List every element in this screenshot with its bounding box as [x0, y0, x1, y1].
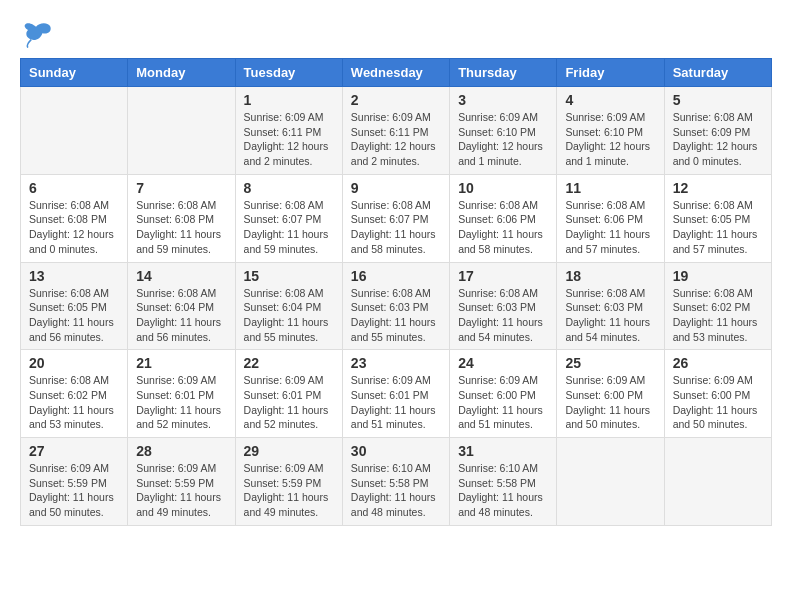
calendar-cell: 2Sunrise: 6:09 AM Sunset: 6:11 PM Daylig… — [342, 87, 449, 175]
day-detail: Sunrise: 6:09 AM Sunset: 6:10 PM Dayligh… — [565, 110, 655, 169]
day-number: 20 — [29, 355, 119, 371]
day-detail: Sunrise: 6:08 AM Sunset: 6:08 PM Dayligh… — [29, 198, 119, 257]
calendar-cell: 25Sunrise: 6:09 AM Sunset: 6:00 PM Dayli… — [557, 350, 664, 438]
calendar-cell — [128, 87, 235, 175]
day-detail: Sunrise: 6:09 AM Sunset: 5:59 PM Dayligh… — [29, 461, 119, 520]
day-detail: Sunrise: 6:09 AM Sunset: 6:01 PM Dayligh… — [351, 373, 441, 432]
day-number: 28 — [136, 443, 226, 459]
day-number: 16 — [351, 268, 441, 284]
day-number: 15 — [244, 268, 334, 284]
day-detail: Sunrise: 6:09 AM Sunset: 6:10 PM Dayligh… — [458, 110, 548, 169]
weekday-header-sunday: Sunday — [21, 59, 128, 87]
day-detail: Sunrise: 6:08 AM Sunset: 6:09 PM Dayligh… — [673, 110, 763, 169]
day-number: 17 — [458, 268, 548, 284]
day-number: 30 — [351, 443, 441, 459]
day-detail: Sunrise: 6:09 AM Sunset: 6:00 PM Dayligh… — [565, 373, 655, 432]
calendar-cell: 4Sunrise: 6:09 AM Sunset: 6:10 PM Daylig… — [557, 87, 664, 175]
calendar-cell: 9Sunrise: 6:08 AM Sunset: 6:07 PM Daylig… — [342, 174, 449, 262]
day-detail: Sunrise: 6:09 AM Sunset: 6:00 PM Dayligh… — [673, 373, 763, 432]
day-detail: Sunrise: 6:08 AM Sunset: 6:07 PM Dayligh… — [351, 198, 441, 257]
day-detail: Sunrise: 6:08 AM Sunset: 6:02 PM Dayligh… — [29, 373, 119, 432]
day-detail: Sunrise: 6:09 AM Sunset: 6:01 PM Dayligh… — [244, 373, 334, 432]
calendar-cell — [557, 438, 664, 526]
calendar-cell: 20Sunrise: 6:08 AM Sunset: 6:02 PM Dayli… — [21, 350, 128, 438]
day-number: 6 — [29, 180, 119, 196]
day-number: 9 — [351, 180, 441, 196]
day-detail: Sunrise: 6:08 AM Sunset: 6:03 PM Dayligh… — [458, 286, 548, 345]
day-number: 14 — [136, 268, 226, 284]
calendar-cell: 7Sunrise: 6:08 AM Sunset: 6:08 PM Daylig… — [128, 174, 235, 262]
weekday-header-friday: Friday — [557, 59, 664, 87]
calendar-cell: 14Sunrise: 6:08 AM Sunset: 6:04 PM Dayli… — [128, 262, 235, 350]
day-detail: Sunrise: 6:09 AM Sunset: 6:00 PM Dayligh… — [458, 373, 548, 432]
day-number: 2 — [351, 92, 441, 108]
week-row-4: 20Sunrise: 6:08 AM Sunset: 6:02 PM Dayli… — [21, 350, 772, 438]
day-number: 3 — [458, 92, 548, 108]
calendar-cell: 5Sunrise: 6:08 AM Sunset: 6:09 PM Daylig… — [664, 87, 771, 175]
day-number: 19 — [673, 268, 763, 284]
calendar-cell: 12Sunrise: 6:08 AM Sunset: 6:05 PM Dayli… — [664, 174, 771, 262]
week-row-3: 13Sunrise: 6:08 AM Sunset: 6:05 PM Dayli… — [21, 262, 772, 350]
day-detail: Sunrise: 6:08 AM Sunset: 6:02 PM Dayligh… — [673, 286, 763, 345]
calendar-cell: 8Sunrise: 6:08 AM Sunset: 6:07 PM Daylig… — [235, 174, 342, 262]
day-detail: Sunrise: 6:08 AM Sunset: 6:04 PM Dayligh… — [136, 286, 226, 345]
calendar-cell: 23Sunrise: 6:09 AM Sunset: 6:01 PM Dayli… — [342, 350, 449, 438]
calendar-cell: 19Sunrise: 6:08 AM Sunset: 6:02 PM Dayli… — [664, 262, 771, 350]
day-detail: Sunrise: 6:10 AM Sunset: 5:58 PM Dayligh… — [458, 461, 548, 520]
calendar-cell: 16Sunrise: 6:08 AM Sunset: 6:03 PM Dayli… — [342, 262, 449, 350]
calendar-cell: 22Sunrise: 6:09 AM Sunset: 6:01 PM Dayli… — [235, 350, 342, 438]
weekday-header-wednesday: Wednesday — [342, 59, 449, 87]
calendar-cell: 13Sunrise: 6:08 AM Sunset: 6:05 PM Dayli… — [21, 262, 128, 350]
week-row-1: 1Sunrise: 6:09 AM Sunset: 6:11 PM Daylig… — [21, 87, 772, 175]
calendar-cell: 6Sunrise: 6:08 AM Sunset: 6:08 PM Daylig… — [21, 174, 128, 262]
calendar-cell: 1Sunrise: 6:09 AM Sunset: 6:11 PM Daylig… — [235, 87, 342, 175]
day-number: 22 — [244, 355, 334, 371]
calendar-cell: 27Sunrise: 6:09 AM Sunset: 5:59 PM Dayli… — [21, 438, 128, 526]
calendar-table: SundayMondayTuesdayWednesdayThursdayFrid… — [20, 58, 772, 526]
calendar-cell: 10Sunrise: 6:08 AM Sunset: 6:06 PM Dayli… — [450, 174, 557, 262]
day-number: 23 — [351, 355, 441, 371]
day-detail: Sunrise: 6:08 AM Sunset: 6:06 PM Dayligh… — [458, 198, 548, 257]
day-detail: Sunrise: 6:08 AM Sunset: 6:06 PM Dayligh… — [565, 198, 655, 257]
calendar-cell: 31Sunrise: 6:10 AM Sunset: 5:58 PM Dayli… — [450, 438, 557, 526]
day-number: 5 — [673, 92, 763, 108]
calendar-cell: 28Sunrise: 6:09 AM Sunset: 5:59 PM Dayli… — [128, 438, 235, 526]
week-row-5: 27Sunrise: 6:09 AM Sunset: 5:59 PM Dayli… — [21, 438, 772, 526]
calendar-cell: 30Sunrise: 6:10 AM Sunset: 5:58 PM Dayli… — [342, 438, 449, 526]
day-number: 29 — [244, 443, 334, 459]
week-row-2: 6Sunrise: 6:08 AM Sunset: 6:08 PM Daylig… — [21, 174, 772, 262]
day-number: 1 — [244, 92, 334, 108]
day-number: 7 — [136, 180, 226, 196]
weekday-header-tuesday: Tuesday — [235, 59, 342, 87]
day-number: 8 — [244, 180, 334, 196]
logo — [20, 20, 56, 48]
weekday-header-saturday: Saturday — [664, 59, 771, 87]
calendar-cell — [664, 438, 771, 526]
calendar-cell: 11Sunrise: 6:08 AM Sunset: 6:06 PM Dayli… — [557, 174, 664, 262]
day-number: 12 — [673, 180, 763, 196]
day-detail: Sunrise: 6:08 AM Sunset: 6:04 PM Dayligh… — [244, 286, 334, 345]
day-number: 11 — [565, 180, 655, 196]
day-number: 27 — [29, 443, 119, 459]
day-detail: Sunrise: 6:08 AM Sunset: 6:05 PM Dayligh… — [673, 198, 763, 257]
day-detail: Sunrise: 6:08 AM Sunset: 6:03 PM Dayligh… — [565, 286, 655, 345]
day-number: 26 — [673, 355, 763, 371]
weekday-header-row: SundayMondayTuesdayWednesdayThursdayFrid… — [21, 59, 772, 87]
calendar-cell: 3Sunrise: 6:09 AM Sunset: 6:10 PM Daylig… — [450, 87, 557, 175]
calendar-cell: 29Sunrise: 6:09 AM Sunset: 5:59 PM Dayli… — [235, 438, 342, 526]
day-detail: Sunrise: 6:09 AM Sunset: 5:59 PM Dayligh… — [136, 461, 226, 520]
day-number: 10 — [458, 180, 548, 196]
calendar-cell: 21Sunrise: 6:09 AM Sunset: 6:01 PM Dayli… — [128, 350, 235, 438]
day-detail: Sunrise: 6:09 AM Sunset: 6:11 PM Dayligh… — [244, 110, 334, 169]
day-number: 31 — [458, 443, 548, 459]
day-number: 24 — [458, 355, 548, 371]
page-header — [20, 20, 772, 48]
calendar-cell: 26Sunrise: 6:09 AM Sunset: 6:00 PM Dayli… — [664, 350, 771, 438]
day-detail: Sunrise: 6:09 AM Sunset: 6:11 PM Dayligh… — [351, 110, 441, 169]
calendar-cell: 17Sunrise: 6:08 AM Sunset: 6:03 PM Dayli… — [450, 262, 557, 350]
calendar-cell — [21, 87, 128, 175]
day-number: 25 — [565, 355, 655, 371]
day-number: 4 — [565, 92, 655, 108]
weekday-header-monday: Monday — [128, 59, 235, 87]
day-detail: Sunrise: 6:09 AM Sunset: 6:01 PM Dayligh… — [136, 373, 226, 432]
